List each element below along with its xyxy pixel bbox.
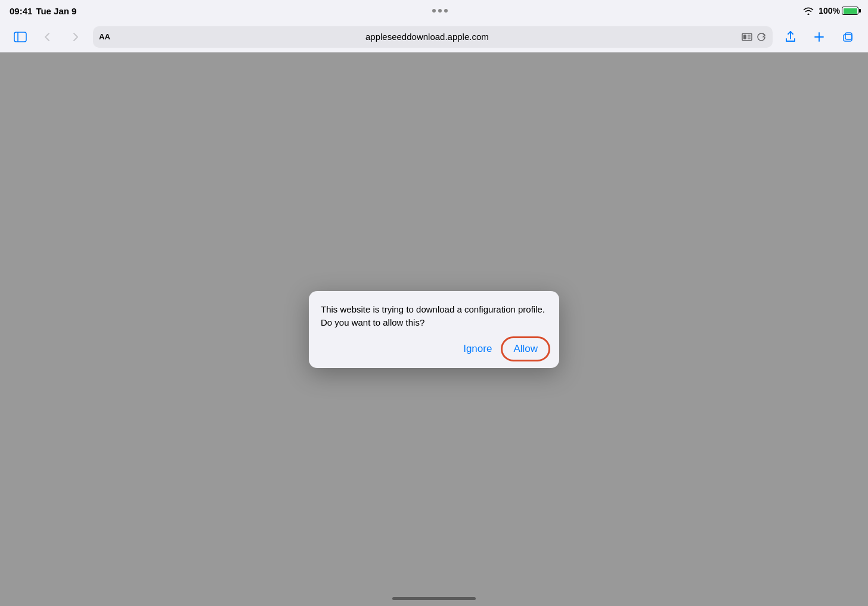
main-content: This website is trying to download a con… — [0, 52, 868, 606]
aa-label: AA — [99, 32, 110, 41]
wifi-icon — [803, 7, 814, 15]
status-bar-left: 09:41 Tue Jan 9 — [10, 6, 76, 16]
toolbar-left — [10, 26, 86, 48]
browser-toolbar: AA appleseeddownload.apple.com — [0, 21, 868, 52]
back-button[interactable] — [37, 26, 58, 48]
svg-rect-0 — [14, 32, 26, 42]
url-label: appleseeddownload.apple.com — [116, 32, 738, 42]
sidebar-toggle-button[interactable] — [10, 26, 31, 48]
home-indicator — [392, 597, 476, 600]
svg-rect-8 — [845, 33, 852, 39]
toolbar-right — [780, 26, 858, 48]
battery-icon — [842, 7, 858, 15]
date-label: Tue Jan 9 — [36, 6, 76, 16]
status-dot-1 — [432, 9, 436, 13]
allow-button[interactable]: Allow — [504, 339, 547, 358]
battery-container: 100% — [819, 6, 858, 16]
dialog-buttons: Ignore Allow — [321, 339, 547, 358]
status-bar-right: 100% — [803, 6, 858, 16]
svg-rect-3 — [743, 35, 746, 39]
reader-view-icon[interactable] — [742, 32, 752, 42]
address-bar[interactable]: AA appleseeddownload.apple.com — [93, 26, 773, 48]
status-dot-2 — [438, 9, 442, 13]
new-tab-button[interactable] — [808, 26, 830, 48]
forward-button[interactable] — [64, 26, 86, 48]
status-bar: 09:41 Tue Jan 9 100% — [0, 0, 868, 21]
battery-fill — [844, 8, 857, 14]
status-dot-3 — [444, 9, 448, 13]
dialog-overlay: This website is trying to download a con… — [0, 52, 868, 606]
status-bar-center — [432, 9, 448, 13]
svg-rect-7 — [844, 35, 852, 41]
ignore-button[interactable]: Ignore — [456, 339, 499, 358]
time-label: 09:41 — [10, 6, 32, 16]
dialog: This website is trying to download a con… — [309, 291, 559, 368]
tabs-button[interactable] — [837, 26, 858, 48]
dialog-message: This website is trying to download a con… — [321, 303, 547, 330]
address-bar-icons — [742, 32, 767, 42]
battery-percent-label: 100% — [819, 6, 840, 16]
share-button[interactable] — [780, 26, 801, 48]
reload-icon[interactable] — [756, 32, 767, 42]
